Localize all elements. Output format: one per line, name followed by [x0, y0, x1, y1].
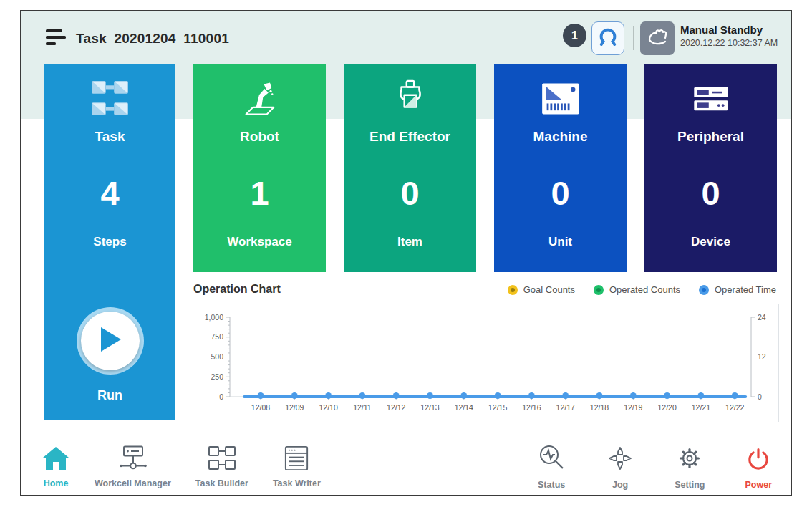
gear-icon	[675, 444, 704, 475]
svg-text:750: 750	[211, 332, 223, 341]
peripheral-rack-icon	[644, 76, 777, 122]
operation-chart-plot: 02505007501,00012/0812/0912/1012/1112/12…	[195, 304, 778, 422]
svg-text:12/21: 12/21	[692, 403, 710, 412]
operated-counts-dot-icon	[594, 285, 604, 295]
gripper-tool-button[interactable]	[591, 21, 624, 55]
peripheral-unit-label: Device	[644, 235, 777, 249]
task-step-count: 4	[44, 173, 175, 213]
svg-text:12/16: 12/16	[522, 403, 541, 412]
card-end-effector[interactable]: End Effector 0 Item	[344, 64, 476, 272]
end-effector-unit-label: Item	[344, 235, 476, 249]
run-label: Run	[44, 388, 175, 403]
hand-icon	[646, 26, 669, 51]
robot-unit-label: Workspace	[193, 235, 326, 249]
svg-text:12: 12	[758, 352, 766, 361]
workcell-manager-icon	[116, 445, 149, 474]
header-divider	[633, 26, 634, 50]
power-icon	[745, 447, 771, 475]
goal-counts-dot-icon	[508, 285, 518, 295]
peripheral-device-count: 0	[644, 173, 777, 213]
menu-icon[interactable]	[46, 29, 67, 47]
nav-power[interactable]: Power	[745, 447, 772, 490]
status-magnifier-icon	[537, 444, 566, 475]
end-effector-item-count: 0	[344, 173, 476, 213]
card-robot[interactable]: Robot 1 Workspace	[193, 64, 326, 272]
operation-chart: 02505007501,00012/0812/0912/1012/1112/12…	[195, 304, 779, 422]
task-builder-icon	[206, 445, 238, 474]
run-button[interactable]	[77, 307, 144, 375]
svg-text:12/08: 12/08	[251, 403, 270, 412]
play-icon	[98, 326, 122, 356]
nav-jog[interactable]: Jog	[606, 444, 634, 490]
manual-mode-indicator[interactable]	[640, 21, 675, 55]
machine-card-title: Machine	[494, 129, 627, 145]
svg-text:250: 250	[211, 372, 223, 381]
peripheral-card-title: Peripheral	[644, 129, 777, 145]
legend-goal-counts: Goal Counts	[508, 284, 575, 295]
svg-text:12/09: 12/09	[285, 403, 304, 412]
robot-mode-label: Manual Standby	[680, 24, 778, 36]
svg-text:12/10: 12/10	[319, 403, 337, 412]
machine-unit-label: Unit	[494, 235, 627, 249]
notification-badge: 1	[563, 24, 586, 47]
svg-text:500: 500	[211, 352, 223, 361]
gripper-icon	[597, 26, 619, 51]
legend-operated-time: Operated Time	[699, 284, 776, 295]
robot-card-title: Robot	[193, 129, 326, 145]
svg-text:12/12: 12/12	[387, 403, 405, 412]
task-card-title: Task	[44, 129, 175, 145]
machine-unit-count: 0	[494, 173, 627, 213]
svg-text:12/14: 12/14	[455, 403, 473, 412]
chart-legend: Goal Counts Operated Counts Operated Tim…	[508, 284, 776, 295]
legend-operated-counts: Operated Counts	[594, 284, 680, 295]
svg-text:12/13: 12/13	[420, 403, 439, 412]
svg-text:0: 0	[219, 392, 223, 401]
svg-text:12/17: 12/17	[556, 403, 575, 412]
operated-time-dot-icon	[699, 285, 709, 295]
nav-setting[interactable]: Setting	[675, 444, 705, 490]
task-writer-icon	[284, 445, 309, 474]
svg-text:12/11: 12/11	[353, 403, 372, 412]
svg-text:12/19: 12/19	[624, 403, 642, 412]
bottom-navigation: Home Workcell Manager	[21, 435, 791, 496]
card-machine[interactable]: Machine 0 Unit	[494, 64, 627, 272]
task-blocks-icon	[44, 76, 175, 122]
task-unit-label: Steps	[44, 235, 175, 249]
chart-title: Operation Chart	[193, 283, 281, 296]
task-title: Task_20201204_110001	[76, 31, 229, 47]
svg-text:12/20: 12/20	[657, 403, 676, 412]
nav-workcell-manager[interactable]: Workcell Manager	[95, 445, 171, 488]
svg-text:12/22: 12/22	[725, 403, 744, 412]
jog-dpad-icon	[606, 444, 634, 475]
svg-text:12/18: 12/18	[590, 403, 609, 412]
robot-arm-icon	[193, 76, 326, 122]
machine-icon	[494, 76, 627, 122]
nav-status[interactable]: Status	[537, 444, 566, 490]
home-icon	[42, 445, 70, 474]
datetime-label: 2020.12.22 10:32:37 AM	[680, 38, 778, 48]
app-window: Task_20201204_110001 1 Manual Standby 20…	[20, 10, 792, 496]
nav-home[interactable]: Home	[42, 445, 70, 488]
nav-task-builder[interactable]: Task Builder	[195, 445, 248, 488]
card-task[interactable]: Task 4 Steps Run	[44, 64, 175, 420]
svg-text:12/15: 12/15	[488, 403, 507, 412]
robot-workspace-count: 1	[193, 173, 326, 213]
robot-status: Manual Standby 2020.12.22 10:32:37 AM	[680, 24, 778, 48]
svg-text:24: 24	[758, 313, 766, 322]
svg-text:0: 0	[758, 392, 762, 401]
nav-task-writer[interactable]: Task Writer	[273, 445, 321, 488]
end-effector-card-title: End Effector	[344, 129, 476, 145]
svg-text:1,000: 1,000	[205, 313, 223, 322]
card-peripheral[interactable]: Peripheral 0 Device	[644, 64, 777, 272]
end-effector-icon	[344, 76, 476, 122]
